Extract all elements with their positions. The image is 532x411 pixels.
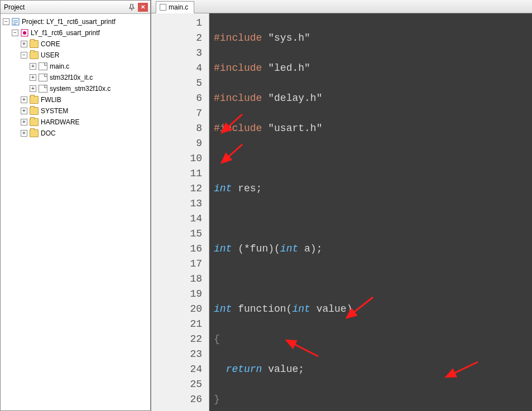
tree-workspace-root[interactable]: − Project: LY_f1_rct6_usart_printf — [1, 16, 150, 27]
folder-icon — [30, 96, 39, 104]
line-number: 3 — [151, 46, 202, 61]
tree-project-node[interactable]: − LY_f1_rct6_usart_printf — [1, 27, 150, 38]
token-preproc: #include — [214, 32, 262, 43]
token-string: "delay.h" — [268, 93, 322, 104]
line-number: 11 — [151, 166, 202, 181]
line-number: 24 — [151, 362, 202, 377]
line-number: 6 — [151, 91, 202, 106]
folder-icon — [30, 107, 39, 115]
line-number: 22 — [151, 332, 202, 347]
c-file-icon — [39, 85, 47, 93]
token-keyword: return — [226, 364, 262, 375]
token-preproc: #include — [214, 93, 262, 104]
expander-minus-icon[interactable]: − — [12, 30, 18, 36]
tree-label: LY_f1_rct6_usart_printf — [31, 29, 100, 37]
expander-minus-icon[interactable]: − — [3, 18, 9, 25]
tree-folder-user[interactable]: − USER — [1, 50, 150, 61]
token-text: value) — [310, 303, 353, 315]
token-string: "led.h" — [268, 62, 310, 74]
token-text: value; — [262, 364, 304, 375]
line-number: 18 — [151, 272, 202, 287]
svg-point-2 — [23, 31, 26, 35]
token-keyword: int — [280, 243, 298, 254]
tree-folder-fwlib[interactable]: + FWLIB — [1, 94, 150, 105]
project-panel: Project ✕ − Project: LY_f1_rct6_usart_pr… — [0, 0, 151, 411]
expander-plus-icon[interactable]: + — [21, 130, 27, 137]
tree-file-main[interactable]: + main.c — [1, 61, 150, 72]
tree-label: Project: LY_f1_rct6_usart_printf — [22, 18, 116, 26]
tree-folder-hardware[interactable]: + HARDWARE — [1, 117, 150, 128]
token-brace: } — [214, 394, 220, 405]
folder-icon — [30, 129, 39, 137]
tree-folder-core[interactable]: + CORE — [1, 38, 150, 50]
tree-label: DOC — [41, 129, 56, 137]
code-editor[interactable]: 1234567891011121314151617181920212223242… — [151, 13, 532, 411]
tree-file-it[interactable]: + stm32f10x_it.c — [1, 72, 150, 83]
line-number: 4 — [151, 61, 202, 76]
line-number: 16 — [151, 241, 202, 257]
expander-plus-icon[interactable]: + — [21, 108, 27, 114]
token-text: a); — [298, 243, 322, 254]
folder-icon — [30, 51, 39, 59]
pin-icon[interactable] — [127, 3, 137, 12]
workspace-icon — [12, 18, 20, 26]
expander-plus-icon[interactable]: + — [21, 96, 27, 103]
token-text: function( — [232, 303, 292, 315]
tree-folder-system[interactable]: + SYSTEM — [1, 105, 150, 117]
line-number: 12 — [151, 181, 202, 196]
line-number: 23 — [151, 347, 202, 362]
expander-plus-icon[interactable]: + — [21, 41, 27, 47]
line-number: 20 — [151, 302, 202, 317]
line-number: 17 — [151, 257, 202, 272]
token-keyword: int — [214, 303, 232, 315]
line-number: 1 — [151, 16, 202, 31]
token-brace: { — [214, 333, 220, 345]
expander-plus-icon[interactable]: + — [30, 74, 36, 81]
expander-plus-icon[interactable]: + — [21, 119, 27, 125]
tree-label: SYSTEM — [41, 107, 68, 115]
token-keyword: int — [214, 183, 232, 194]
tree-file-sys[interactable]: + system_stm32f10x.c — [1, 83, 150, 94]
line-number: 5 — [151, 76, 202, 91]
tree-folder-doc[interactable]: + DOC — [1, 128, 150, 139]
token-keyword: int — [292, 303, 310, 315]
c-file-icon — [39, 62, 47, 70]
line-number: 13 — [151, 196, 202, 211]
folder-icon — [30, 118, 39, 126]
line-number: 2 — [151, 31, 202, 46]
line-number: 25 — [151, 377, 202, 392]
editor-tab-bar: main.c — [151, 0, 532, 13]
tree-label: system_stm32f10x.c — [50, 85, 111, 93]
token-keyword: int — [214, 243, 232, 254]
code-content[interactable]: #include "sys.h" #include "led.h" #inclu… — [209, 13, 532, 411]
folder-icon — [30, 40, 39, 48]
tree-label: HARDWARE — [41, 118, 80, 126]
line-number: 21 — [151, 317, 202, 332]
line-number: 14 — [151, 211, 202, 226]
expander-plus-icon[interactable]: + — [30, 85, 36, 92]
tree-label: CORE — [41, 40, 60, 48]
line-number: 26 — [151, 392, 202, 407]
target-icon — [21, 29, 28, 37]
tab-label: main.c — [169, 3, 188, 11]
tree-label: USER — [41, 51, 59, 59]
project-tree: − Project: LY_f1_rct6_usart_printf − LY_… — [1, 14, 150, 410]
line-number: 7 — [151, 106, 202, 121]
token-string: "usart.h" — [268, 123, 322, 134]
line-gutter: 1234567891011121314151617181920212223242… — [151, 13, 209, 411]
token-text: res; — [232, 183, 262, 194]
token-text: (*fun)( — [232, 243, 280, 254]
panel-header: Project ✕ — [1, 1, 150, 14]
line-number: 9 — [151, 136, 202, 151]
line-number: 19 — [151, 287, 202, 302]
line-number: 8 — [151, 121, 202, 136]
line-number: 15 — [151, 226, 202, 241]
tab-main-c[interactable]: main.c — [156, 1, 194, 13]
tree-label: main.c — [50, 62, 69, 70]
expander-minus-icon[interactable]: − — [21, 52, 27, 59]
token-preproc: #include — [214, 62, 262, 74]
c-file-icon — [160, 4, 166, 11]
expander-plus-icon[interactable]: + — [30, 63, 36, 70]
line-number: 10 — [151, 151, 202, 166]
close-icon[interactable]: ✕ — [138, 3, 148, 12]
